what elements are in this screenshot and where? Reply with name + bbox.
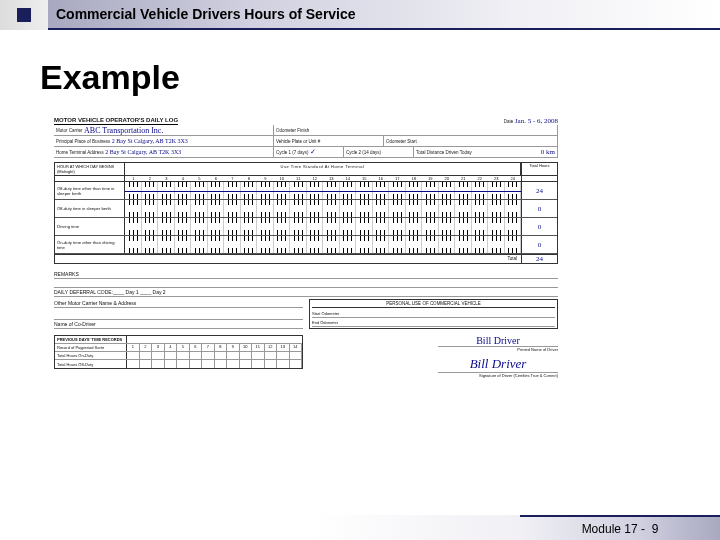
date-value: Jan. 5 - 6, 2008 <box>515 117 558 125</box>
hour-num: 9 <box>257 176 274 181</box>
prev-cell: 12 <box>265 344 278 351</box>
prev-cell: 3 <box>152 344 165 351</box>
hour-num: 1 <box>125 176 142 181</box>
duty-row: Driving time0 <box>55 218 557 236</box>
duty-grid-cells <box>125 236 521 253</box>
signature-label: Signature of Driver (Certifies True & Co… <box>309 373 558 378</box>
hour-num: 10 <box>274 176 291 181</box>
total-hours-label: Total Hours <box>521 163 557 175</box>
previous-days-table: PREVIOUS DAYS' TIME RECORDS Record of Pa… <box>54 335 303 369</box>
dist-value: 0 km <box>541 148 555 156</box>
hour-num: 13 <box>323 176 340 181</box>
prev-cell <box>140 360 153 368</box>
duty-total: 24 <box>536 187 543 195</box>
prev-cell <box>227 352 240 359</box>
prev-cell: 13 <box>277 344 290 351</box>
duty-status-line <box>125 191 521 192</box>
prev-cell <box>177 352 190 359</box>
prev-cell: 11 <box>252 344 265 351</box>
prev-cell <box>177 360 190 368</box>
remarks-label: REMARKS <box>54 270 558 279</box>
prev-cell <box>265 352 278 359</box>
hour-num: 18 <box>406 176 423 181</box>
prev-cell <box>202 360 215 368</box>
hour-num: 19 <box>422 176 439 181</box>
prev-cell <box>240 352 253 359</box>
hour-num: 2 <box>142 176 159 181</box>
hour-num: 6 <box>208 176 225 181</box>
other-carrier-label: Other Motor Carrier Name & Address <box>54 299 303 308</box>
header-title: Commercial Vehicle Drivers Hours of Serv… <box>56 6 356 22</box>
duty-label: Off-duty time other than time in sleeper… <box>55 182 125 199</box>
prev-cell <box>165 360 178 368</box>
prev-on-label: Total Hours On-Duty <box>55 352 127 359</box>
prev-cell <box>290 352 303 359</box>
cycle2-label: Cycle 2 (14 days) <box>346 150 381 155</box>
prev-cell <box>252 360 265 368</box>
prev-cell <box>240 360 253 368</box>
slide-content: Example MOTOR VEHICLE OPERATOR'S DAILY L… <box>0 30 720 456</box>
prev-cell: 14 <box>290 344 303 351</box>
hour-numbers: 123456789101112131415161718192021222324 <box>125 176 521 181</box>
prev-cell <box>190 360 203 368</box>
pers-start-label: Start Odometer <box>312 311 339 316</box>
grid-head-left: HOUR AT WHICH DAY BEGINS (Midnight) <box>55 163 125 175</box>
odo-finish-label: Odometer Finish <box>276 128 309 133</box>
terminal-label: Home Terminal Address <box>56 150 104 155</box>
principal-label: Principal Place of Business <box>56 139 110 144</box>
prev-cell <box>127 352 140 359</box>
printed-name-value: Bill Driver <box>476 335 520 346</box>
prev-cell <box>127 360 140 368</box>
prev-cell: 6 <box>190 344 203 351</box>
duty-row: Off-duty time other than time in sleeper… <box>55 182 557 200</box>
prev-cell: 7 <box>202 344 215 351</box>
hour-num: 14 <box>340 176 357 181</box>
prev-cell <box>290 360 303 368</box>
duty-status-grid: HOUR AT WHICH DAY BEGINS (Midnight) Use … <box>54 162 558 264</box>
grand-total-value: 24 <box>536 255 543 263</box>
daily-log-form: MOTOR VEHICLE OPERATOR'S DAILY LOG Date … <box>46 111 566 456</box>
hour-num: 12 <box>307 176 324 181</box>
prev-days-label: Record of Payperiod Sorte <box>55 344 127 351</box>
slide-title: Example <box>40 58 680 97</box>
terminal-value: 2 Bay St Calgary, AB T2K 3X3 <box>105 149 181 155</box>
hour-num: 24 <box>505 176 522 181</box>
footer-page: 9 <box>652 522 659 536</box>
hour-num: 21 <box>455 176 472 181</box>
hour-num: 20 <box>439 176 456 181</box>
prev-cell <box>277 352 290 359</box>
carrier-value: ABC Transportation Inc. <box>84 126 163 135</box>
duty-total: 0 <box>538 205 542 213</box>
prev-cell <box>202 352 215 359</box>
duty-grid-cells <box>125 200 521 217</box>
duty-total: 0 <box>538 223 542 231</box>
dist-label: Total Distance Driven Today <box>416 150 472 155</box>
hour-num: 7 <box>224 176 241 181</box>
prev-cell <box>165 352 178 359</box>
prev-cell <box>215 360 228 368</box>
prev-cell: 8 <box>215 344 228 351</box>
header-bullet-area <box>0 0 48 30</box>
hour-num: 11 <box>290 176 307 181</box>
prev-title: PREVIOUS DAYS' TIME RECORDS <box>55 336 127 343</box>
grand-total-label: Total <box>55 255 521 263</box>
prev-cell <box>265 360 278 368</box>
prev-cell: 4 <box>165 344 178 351</box>
date-label: Date <box>504 119 514 124</box>
square-bullet-icon <box>17 8 31 22</box>
prev-cell: 9 <box>227 344 240 351</box>
principal-value: 2 Bay St Calgary, AB T2K 3X3 <box>112 138 188 144</box>
hour-num: 5 <box>191 176 208 181</box>
printed-name-label: Printed Name of Driver <box>309 347 558 352</box>
pers-end-label: End Odometer <box>312 320 338 325</box>
hour-num: 15 <box>356 176 373 181</box>
grid-head-mid: Use Time Standard At Home Terminal <box>125 163 521 175</box>
personal-use-title: PERSONAL USE OF COMMERCIAL VEHICLE <box>312 301 555 308</box>
footer-module: Module 17 - <box>582 522 645 536</box>
prev-off-label: Total Hours Off-Duty <box>55 360 127 368</box>
footer: Module 17 - 9 <box>0 515 720 540</box>
header-title-bar: Commercial Vehicle Drivers Hours of Serv… <box>48 0 720 30</box>
carrier-label: Motor Carrier <box>56 128 83 133</box>
hour-num: 23 <box>488 176 505 181</box>
prev-cell: 10 <box>240 344 253 351</box>
